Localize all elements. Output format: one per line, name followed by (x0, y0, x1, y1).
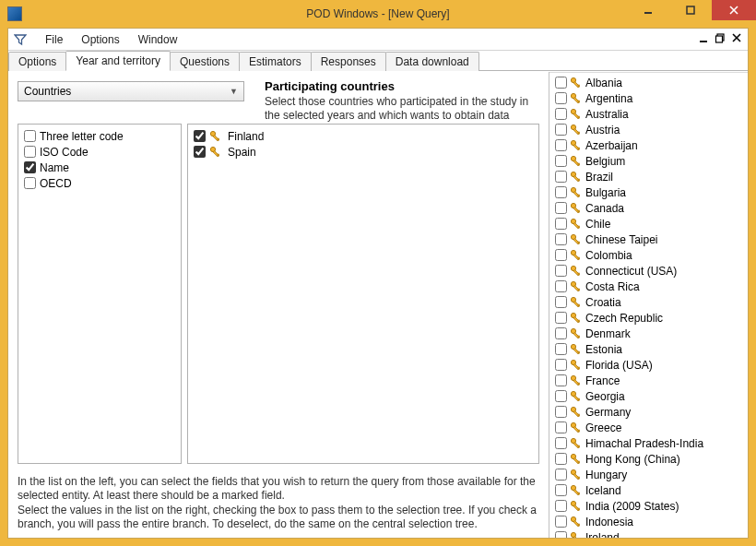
field-label: ISO Code (40, 146, 89, 159)
country-checkbox[interactable] (555, 171, 567, 183)
svg-rect-77 (578, 398, 580, 400)
country-checkbox[interactable] (555, 312, 567, 324)
country-row: Greece (555, 420, 748, 435)
country-checkbox[interactable] (555, 92, 567, 104)
country-list[interactable]: AlbaniaArgentinaAustraliaAustriaAzerbaij… (549, 72, 748, 538)
country-label: Austria (585, 124, 620, 136)
svg-rect-80 (578, 414, 580, 416)
country-checkbox[interactable] (555, 218, 567, 230)
entity-dropdown[interactable]: Countries ▼ (18, 81, 244, 101)
key-icon (570, 453, 583, 466)
country-checkbox[interactable] (555, 186, 567, 198)
svg-rect-89 (578, 461, 580, 463)
country-label: Chinese Taipei (585, 233, 658, 246)
country-checkbox[interactable] (555, 469, 567, 481)
minimize-button[interactable] (627, 0, 669, 20)
svg-rect-62 (578, 320, 580, 322)
country-label: Florida (USA) (585, 359, 653, 372)
country-checkbox[interactable] (555, 484, 567, 496)
country-label: Colombia (585, 249, 632, 262)
field-checkbox[interactable] (24, 161, 36, 173)
svg-rect-38 (578, 195, 580, 196)
country-checkbox[interactable] (555, 374, 567, 386)
field-checkbox[interactable] (24, 130, 36, 142)
key-icon (570, 92, 583, 105)
selected-country-checkbox[interactable] (194, 130, 206, 142)
country-checkbox[interactable] (555, 359, 567, 371)
country-checkbox[interactable] (555, 265, 567, 277)
country-label: Ireland (585, 531, 620, 539)
country-checkbox[interactable] (555, 516, 567, 528)
country-checkbox[interactable] (555, 327, 567, 339)
country-row: Ireland (555, 529, 748, 538)
country-checkbox[interactable] (555, 108, 567, 120)
left-pane: Countries ▼ Participating countries Sele… (8, 72, 549, 538)
field-label: Name (40, 161, 69, 174)
country-row: Croatia (555, 294, 748, 310)
tab-options[interactable]: Options (8, 52, 66, 71)
country-row: Canada (555, 200, 748, 216)
mdi-restore-button[interactable] (713, 30, 727, 45)
country-checkbox[interactable] (555, 437, 567, 449)
country-checkbox[interactable] (555, 202, 567, 214)
close-button[interactable] (712, 0, 756, 20)
selected-country-label: Spain (228, 146, 256, 159)
field-label: OECD (40, 177, 72, 190)
menu-window[interactable]: Window (129, 33, 187, 46)
svg-rect-101 (578, 524, 580, 526)
svg-rect-14 (218, 154, 219, 156)
country-checkbox[interactable] (555, 500, 567, 512)
tab-questions[interactable]: Questions (170, 52, 240, 71)
maximize-button[interactable] (669, 0, 712, 20)
svg-rect-17 (578, 85, 580, 87)
key-icon (570, 202, 583, 215)
country-checkbox[interactable] (555, 77, 567, 89)
svg-rect-32 (578, 163, 580, 165)
tab-estimators[interactable]: Estimators (239, 52, 312, 71)
tab-data-download[interactable]: Data download (385, 52, 479, 71)
footer-p1: In the list on the left, you can select … (18, 475, 539, 504)
key-icon (570, 484, 583, 497)
menu-file[interactable]: File (36, 33, 72, 46)
country-row: Azerbaijan (555, 137, 748, 153)
mdi-minimize-button[interactable] (696, 30, 711, 45)
key-icon (570, 531, 583, 539)
key-icon (209, 130, 222, 143)
country-label: Indonesia (585, 516, 633, 528)
selected-country-checkbox[interactable] (194, 146, 206, 158)
svg-rect-86 (578, 445, 580, 447)
key-icon (570, 516, 583, 528)
country-checkbox[interactable] (555, 453, 567, 465)
country-checkbox[interactable] (555, 296, 567, 308)
menu-options[interactable]: Options (72, 33, 128, 46)
country-checkbox[interactable] (555, 343, 567, 355)
country-checkbox[interactable] (555, 139, 567, 151)
key-icon (570, 186, 583, 199)
key-icon (570, 218, 583, 231)
mdi-close-button[interactable] (729, 30, 744, 45)
country-label: Denmark (585, 327, 631, 340)
svg-rect-98 (578, 508, 580, 510)
tab-year-territory[interactable]: Year and territory (65, 51, 171, 71)
country-checkbox[interactable] (555, 233, 567, 245)
country-checkbox[interactable] (555, 531, 567, 538)
country-checkbox[interactable] (555, 155, 567, 167)
key-icon (570, 265, 583, 278)
country-label: Costa Rica (585, 280, 640, 293)
country-label: Croatia (585, 296, 621, 309)
tab-responses[interactable]: Responses (311, 52, 386, 71)
country-checkbox[interactable] (555, 406, 567, 418)
country-row: Estonia (555, 341, 748, 357)
country-label: Argentina (585, 92, 632, 105)
country-checkbox[interactable] (555, 249, 567, 261)
key-icon (570, 124, 583, 136)
field-checkbox[interactable] (24, 177, 36, 189)
country-checkbox[interactable] (555, 280, 567, 292)
country-checkbox[interactable] (555, 124, 567, 136)
country-checkbox[interactable] (555, 421, 567, 433)
country-checkbox[interactable] (555, 390, 567, 402)
svg-rect-65 (578, 336, 580, 338)
country-label: Belgium (585, 155, 625, 168)
country-label: Estonia (585, 343, 622, 356)
field-checkbox[interactable] (24, 146, 36, 158)
